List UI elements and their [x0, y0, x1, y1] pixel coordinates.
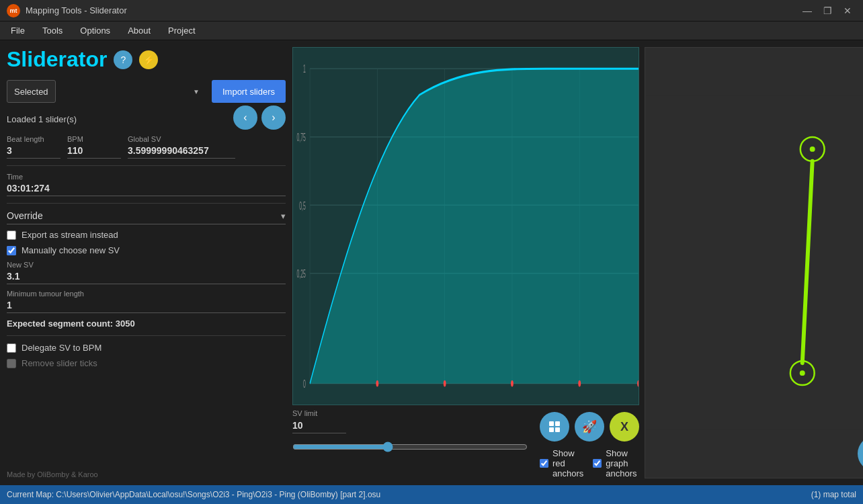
svg-rect-25: [555, 427, 560, 432]
titlebar-left: mt Mapping Tools - Sliderator: [7, 4, 127, 17]
window-title: Mapping Tools - Sliderator: [26, 5, 127, 15]
import-sliders-button[interactable]: Import sliders: [212, 80, 286, 103]
global-sv-group: Global SV 3.59999990463257: [128, 135, 235, 159]
grid-button[interactable]: [540, 412, 569, 442]
loaded-info: Loaded 1 slider(s): [7, 114, 77, 124]
divider-1: [7, 165, 286, 166]
bpm-value: 110: [67, 145, 121, 159]
svg-point-19: [511, 380, 513, 386]
selected-dropdown[interactable]: Selected: [7, 80, 56, 103]
global-sv-value: 3.59999990463257: [128, 145, 235, 159]
beat-length-label: Beat length: [7, 135, 60, 143]
min-tumour-group: Minimum tumour length 1: [7, 290, 286, 313]
svg-point-20: [578, 380, 581, 386]
global-sv-label: Global SV: [128, 135, 235, 143]
nav-buttons: ‹ ›: [233, 106, 286, 130]
show-graph-anchors-row: Show graph anchors: [593, 448, 639, 478]
prev-button[interactable]: ‹: [233, 106, 257, 130]
minimize-button[interactable]: —: [798, 3, 816, 18]
show-red-anchors-label[interactable]: Show red anchors: [552, 448, 583, 478]
expected-segment: Expected segment count: 3050: [7, 319, 286, 329]
menu-project[interactable]: Project: [160, 23, 203, 38]
svg-text:0,75: 0,75: [296, 130, 305, 144]
svg-point-28: [810, 146, 815, 152]
svg-text:1: 1: [303, 62, 306, 76]
svg-text:0,25: 0,25: [296, 267, 305, 280]
x-button[interactable]: X: [610, 412, 639, 442]
export-stream-checkbox[interactable]: [7, 230, 16, 240]
export-stream-row: Export as stream instead: [7, 230, 286, 240]
sv-limit-value: 10: [292, 420, 346, 433]
menu-tools[interactable]: Tools: [34, 23, 71, 38]
sv-limit-slider[interactable]: [292, 442, 528, 452]
manually-sv-label[interactable]: Manually choose new SV: [22, 245, 120, 255]
time-label: Time: [7, 173, 286, 181]
restore-button[interactable]: ❐: [819, 3, 836, 18]
divider-3: [7, 335, 286, 336]
made-by: Made by OliBomby & Karoo: [7, 470, 286, 478]
app-logo: mt: [7, 4, 20, 17]
show-red-anchors-checkbox[interactable]: [540, 459, 548, 468]
manually-sv-row: Manually choose new SV: [7, 245, 286, 255]
export-stream-label[interactable]: Export as stream instead: [22, 230, 118, 240]
svg-rect-22: [549, 421, 554, 426]
show-graph-anchors-label[interactable]: Show graph anchors: [606, 448, 639, 478]
override-row[interactable]: Override ▾: [7, 210, 286, 224]
app-title: Sliderator: [7, 47, 107, 72]
chart-svg: 1 0,75 0,5 0,25 0: [293, 48, 639, 405]
divider-2: [7, 203, 286, 204]
right-panel: 1 0,75 0,5 0,25 0: [292, 47, 863, 478]
svg-rect-26: [645, 95, 863, 429]
app-title-row: Sliderator ? ⚡: [7, 47, 286, 72]
new-sv-group: New SV 3.1: [7, 261, 286, 284]
new-sv-value: 3.1: [7, 271, 286, 284]
time-value: 03:01:274: [7, 183, 286, 196]
main-content: Sliderator ? ⚡ Selected Import sliders: [0, 40, 863, 485]
delegate-sv-checkbox[interactable]: [7, 343, 16, 353]
delegate-sv-row: Delegate SV to BPM: [7, 343, 286, 353]
left-panel: Sliderator ? ⚡ Selected Import sliders: [7, 47, 286, 478]
menu-options[interactable]: Options: [72, 23, 118, 38]
svg-point-17: [376, 380, 378, 386]
current-map-text: Current Map: C:\Users\Olivier\AppData\Lo…: [7, 490, 380, 499]
window-controls: — ❐ ✕: [798, 3, 856, 18]
svg-text:0: 0: [303, 377, 306, 390]
remove-ticks-row: Remove slider ticks: [7, 358, 286, 368]
rocket-button[interactable]: 🚀: [575, 412, 604, 442]
remove-ticks-checkbox[interactable]: [7, 359, 16, 368]
show-red-anchors-row: Show red anchors: [540, 448, 583, 478]
selected-row: Selected Import sliders: [7, 80, 286, 103]
svg-rect-23: [555, 421, 560, 426]
sv-limit-section: SV limit 10: [292, 409, 528, 433]
menu-file[interactable]: File: [3, 23, 33, 38]
map-total-text: (1) map total: [811, 490, 856, 499]
lightning-icon[interactable]: ⚡: [139, 50, 158, 69]
bottom-controls: SV limit 10: [292, 409, 639, 478]
content-area: Sliderator ? ⚡ Selected Import sliders: [0, 40, 863, 485]
help-icon[interactable]: ?: [114, 50, 132, 69]
delegate-sv-label[interactable]: Delegate SV to BPM: [22, 343, 101, 353]
time-group: Time 03:01:274: [7, 173, 286, 196]
show-graph-anchors-checkbox[interactable]: [593, 459, 602, 468]
sv-limit-label: SV limit: [292, 409, 528, 417]
remove-ticks-label: Remove slider ticks: [22, 358, 97, 368]
override-label: Override: [7, 210, 43, 221]
new-sv-label: New SV: [7, 261, 286, 269]
manually-sv-checkbox[interactable]: [7, 246, 16, 255]
svg-text:0,5: 0,5: [299, 199, 306, 212]
statusbar: Current Map: C:\Users\Olivier\AppData\Lo…: [0, 485, 863, 504]
min-tumour-label: Minimum tumour length: [7, 290, 286, 298]
bpm-label: BPM: [67, 135, 121, 143]
beat-length-group: Beat length 3: [7, 135, 60, 159]
action-buttons: 🚀 X: [540, 412, 639, 442]
override-arrow: ▾: [281, 211, 286, 221]
close-button[interactable]: ✕: [839, 3, 856, 18]
preview-panel: [645, 47, 863, 478]
bpm-fields-row: Beat length 3 BPM 110 Global SV 3.599999…: [7, 135, 286, 159]
menu-about[interactable]: About: [120, 23, 159, 38]
titlebar: mt Mapping Tools - Sliderator — ❐ ✕: [0, 0, 863, 22]
next-button[interactable]: ›: [261, 106, 286, 130]
svg-point-18: [444, 380, 446, 386]
bpm-group: BPM 110: [67, 135, 121, 159]
selected-dropdown-wrapper: Selected: [7, 80, 206, 103]
